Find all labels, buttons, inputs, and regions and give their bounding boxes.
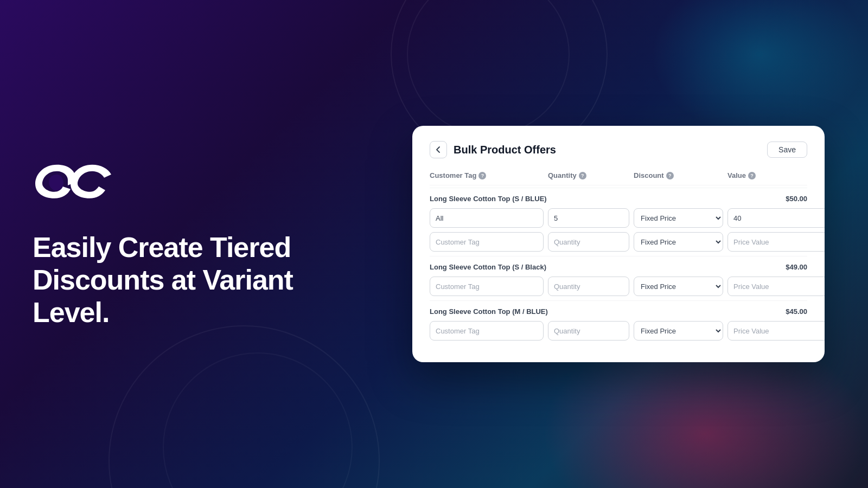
back-button[interactable]	[430, 141, 447, 158]
info-icon-discount: ?	[666, 172, 674, 179]
quantity-input-0-1[interactable]	[548, 232, 629, 252]
discount-select-0-1[interactable]: Fixed PricePercentageFlat Discount	[634, 232, 723, 252]
quantity-input-1-0[interactable]	[548, 277, 629, 296]
price-value-input-0-1[interactable]	[727, 232, 825, 252]
glow-top-right	[651, 0, 868, 136]
tagline: Easily Create Tiered Discounts at Varian…	[33, 232, 331, 329]
price-value-input-2-0[interactable]	[727, 321, 825, 341]
product-section-0: Long Sleeve Cotton Top (S / BLUE)$50.00F…	[430, 188, 807, 252]
right-panel: Bulk Product Offers Save Customer Tag ? …	[412, 126, 825, 362]
quantity-input-0-0[interactable]	[548, 208, 629, 228]
discount-select-2-0[interactable]: Fixed PricePercentageFlat Discount	[634, 321, 723, 341]
product-name-0: Long Sleeve Cotton Top (S / BLUE)	[430, 195, 547, 203]
logo	[33, 159, 331, 210]
offer-row-0-0: Fixed PricePercentageFlat DiscountDisabl…	[430, 208, 807, 228]
customer-tag-input-0-1[interactable]	[430, 232, 544, 252]
price-value-input-1-0[interactable]	[727, 277, 825, 296]
product-section-1: Long Sleeve Cotton Top (S / Black)$49.00…	[430, 256, 807, 296]
product-price-2: $45.00	[786, 307, 807, 316]
product-price-0: $50.00	[786, 195, 807, 203]
product-name-1: Long Sleeve Cotton Top (S / Black)	[430, 263, 546, 271]
save-button[interactable]: Save	[767, 142, 807, 158]
product-header-2: Long Sleeve Cotton Top (M / BLUE)$45.00	[430, 300, 807, 321]
card-header: Bulk Product Offers Save	[430, 141, 807, 158]
product-section-2: Long Sleeve Cotton Top (M / BLUE)$45.00F…	[430, 300, 807, 341]
discount-select-0-0[interactable]: Fixed PricePercentageFlat Discount	[634, 208, 723, 228]
table-header: Customer Tag ? Quantity ? Discount ? Val…	[430, 171, 807, 185]
offer-row-1-0: Fixed PricePercentageFlat DiscountAdd	[430, 277, 807, 296]
info-icon-customer-tag: ?	[478, 172, 486, 179]
product-price-1: $49.00	[786, 263, 807, 271]
th-quantity: Quantity ?	[548, 171, 629, 179]
product-name-2: Long Sleeve Cotton Top (M / BLUE)	[430, 307, 548, 316]
card-inner: Bulk Product Offers Save Customer Tag ? …	[412, 126, 825, 362]
customer-tag-input-0-0[interactable]	[430, 208, 544, 228]
th-value: Value ?	[727, 171, 825, 179]
card-title: Bulk Product Offers	[454, 144, 556, 156]
offer-row-0-1: Fixed PricePercentageFlat DiscountAdd	[430, 232, 807, 252]
product-header-0: Long Sleeve Cotton Top (S / BLUE)$50.00	[430, 188, 807, 208]
info-icon-value: ?	[748, 172, 756, 179]
info-icon-quantity: ?	[579, 172, 586, 179]
offer-row-2-0: Fixed PricePercentageFlat DiscountAdd	[430, 321, 807, 341]
th-customer-tag: Customer Tag ?	[430, 171, 544, 179]
header-left: Bulk Product Offers	[430, 141, 556, 158]
discount-select-1-0[interactable]: Fixed PricePercentageFlat Discount	[634, 277, 723, 296]
left-panel: Easily Create Tiered Discounts at Varian…	[33, 159, 331, 329]
customer-tag-input-2-0[interactable]	[430, 321, 544, 341]
th-discount: Discount ?	[634, 171, 723, 179]
customer-tag-input-1-0[interactable]	[430, 277, 544, 296]
main-card: Bulk Product Offers Save Customer Tag ? …	[412, 126, 825, 362]
price-value-input-0-0[interactable]	[727, 208, 825, 228]
product-header-1: Long Sleeve Cotton Top (S / Black)$49.00	[430, 256, 807, 277]
quantity-input-2-0[interactable]	[548, 321, 629, 341]
products-container: Long Sleeve Cotton Top (S / BLUE)$50.00F…	[430, 188, 807, 341]
